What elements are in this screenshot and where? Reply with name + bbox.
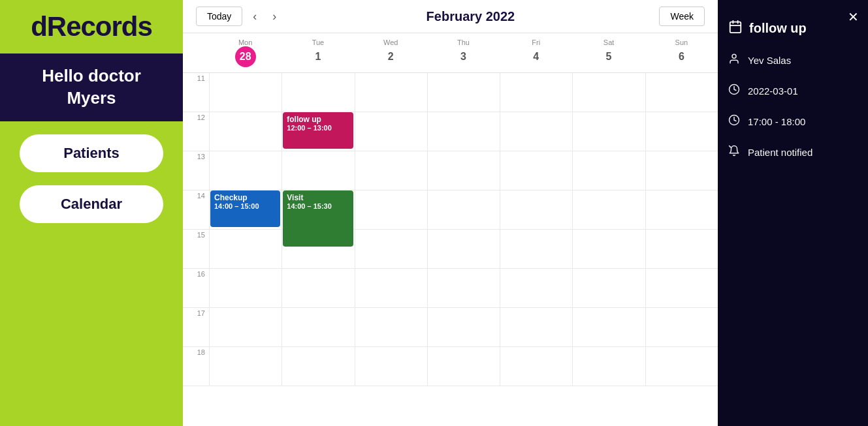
time-label-12: 12 (183, 112, 209, 151)
panel-time: 17:00 - 18:00 (728, 114, 858, 129)
cell-day2-hour11[interactable] (355, 73, 427, 112)
cell-day0-hour17[interactable] (209, 308, 281, 346)
header-spacer (183, 33, 209, 72)
time-row-11: 11 (183, 73, 718, 112)
app-title: dRecords (31, 13, 152, 40)
week-view-button[interactable]: Week (659, 7, 705, 26)
greeting-line2: Myers (67, 88, 116, 108)
cell-day4-hour16[interactable] (500, 269, 572, 307)
cell-day3-hour13[interactable] (427, 151, 500, 190)
day-header-6: Sun6 (645, 33, 718, 72)
cell-day1-hour17[interactable] (281, 308, 354, 346)
cell-day6-hour11[interactable] (645, 73, 718, 112)
cell-day0-hour13[interactable] (209, 151, 281, 190)
cell-day3-hour15[interactable] (427, 230, 500, 268)
prev-arrow-button[interactable]: ‹ (248, 7, 262, 26)
cell-day5-hour13[interactable] (572, 151, 645, 190)
cell-day2-hour16[interactable] (355, 269, 427, 307)
event-time-range: 14:00 – 15:00 (214, 202, 276, 210)
event-title: Checkup (214, 193, 276, 202)
cell-day1-hour18[interactable] (281, 347, 354, 386)
day-headers: Mon28Tue1Wed2Thu3Fri4Sat5Sun6 (183, 33, 718, 73)
cell-day2-hour12[interactable] (355, 112, 427, 151)
cell-day5-hour17[interactable] (572, 308, 645, 346)
cell-day4-hour17[interactable] (500, 308, 572, 346)
panel-notification: Patient notified (728, 145, 858, 160)
cell-day1-hour16[interactable] (281, 269, 354, 307)
cell-day2-hour18[interactable] (355, 347, 427, 386)
cell-day3-hour17[interactable] (427, 308, 500, 346)
cell-day5-hour11[interactable] (572, 73, 645, 112)
cell-day6-hour15[interactable] (645, 230, 718, 268)
cell-day6-hour14[interactable] (645, 190, 718, 229)
calendar-area: Today ‹ › February 2022 Week Mon28Tue1We… (183, 0, 718, 426)
cell-day3-hour11[interactable] (427, 73, 500, 112)
cell-day2-hour17[interactable] (355, 308, 427, 346)
cell-day6-hour18[interactable] (645, 347, 718, 386)
cell-day6-hour16[interactable] (645, 269, 718, 307)
cell-day4-hour11[interactable] (500, 73, 572, 112)
cell-day4-hour14[interactable] (500, 190, 572, 229)
cell-day3-hour14[interactable] (427, 190, 500, 229)
cell-day2-hour13[interactable] (355, 151, 427, 190)
nav-group-left: Today ‹ › (196, 7, 281, 26)
close-button[interactable]: ✕ (848, 9, 859, 25)
calendar-nav-button[interactable]: Calendar (20, 185, 163, 223)
person-icon (728, 53, 740, 68)
time-label-14: 14 (183, 190, 209, 229)
cell-day6-hour13[interactable] (645, 151, 718, 190)
today-button[interactable]: Today (196, 7, 242, 26)
cell-day3-hour12[interactable] (427, 112, 500, 151)
event-title: Visit (287, 193, 349, 202)
cell-day2-hour15[interactable] (355, 230, 427, 268)
time-row-17: 17 (183, 308, 718, 347)
panel-patient: Yev Salas (728, 53, 858, 68)
event-time-range: 12:00 – 13:00 (287, 124, 349, 132)
cell-day0-hour16[interactable] (209, 269, 281, 307)
time-row-15: 15 (183, 230, 718, 269)
cell-day0-hour11[interactable] (209, 73, 281, 112)
patients-nav-button[interactable]: Patients (20, 134, 163, 172)
cell-day3-hour16[interactable] (427, 269, 500, 307)
event-time-range: 14:00 – 15:30 (287, 202, 349, 210)
cell-day0-hour18[interactable] (209, 347, 281, 386)
cell-day5-hour16[interactable] (572, 269, 645, 307)
calendar-icon (728, 20, 743, 37)
calendar-event-follow-up[interactable]: follow up12:00 – 13:00 (283, 112, 353, 149)
cell-day5-hour14[interactable] (572, 190, 645, 229)
cell-day3-hour18[interactable] (427, 347, 500, 386)
calendar-event-Visit[interactable]: Visit14:00 – 15:30 (283, 190, 353, 247)
cell-day4-hour13[interactable] (500, 151, 572, 190)
calendar-event-Checkup[interactable]: Checkup14:00 – 15:00 (210, 190, 280, 227)
time-row-16: 16 (183, 269, 718, 308)
cell-day0-hour15[interactable] (209, 230, 281, 268)
cell-day4-hour12[interactable] (500, 112, 572, 151)
time-label-15: 15 (183, 230, 209, 268)
cell-day0-hour12[interactable] (209, 112, 281, 151)
notification-status: Patient notified (748, 147, 812, 158)
clock-icon-date (728, 84, 740, 99)
cell-day5-hour12[interactable] (572, 112, 645, 151)
cell-day6-hour12[interactable] (645, 112, 718, 151)
next-arrow-button[interactable]: › (267, 7, 281, 26)
clock-icon-time (728, 114, 740, 129)
greeting: Hello doctor Myers (0, 53, 183, 121)
calendar-month-title: February 2022 (426, 9, 515, 24)
svg-rect-0 (730, 22, 741, 33)
day-header-4: Fri4 (500, 33, 572, 72)
cell-day5-hour18[interactable] (572, 347, 645, 386)
cell-day4-hour15[interactable] (500, 230, 572, 268)
panel-title: follow up (728, 20, 858, 37)
time-label-16: 16 (183, 269, 209, 307)
time-label-18: 18 (183, 347, 209, 386)
cell-day1-hour13[interactable] (281, 151, 354, 190)
day-header-1: Tue1 (281, 33, 354, 72)
cell-day2-hour14[interactable] (355, 190, 427, 229)
cell-day6-hour17[interactable] (645, 308, 718, 346)
sidebar: dRecords Hello doctor Myers Patients Cal… (0, 0, 183, 426)
time-grid[interactable]: 1112131415161718follow up12:00 – 13:00Ch… (183, 73, 718, 426)
svg-point-4 (732, 54, 736, 58)
cell-day5-hour15[interactable] (572, 230, 645, 268)
cell-day1-hour11[interactable] (281, 73, 354, 112)
cell-day4-hour18[interactable] (500, 347, 572, 386)
